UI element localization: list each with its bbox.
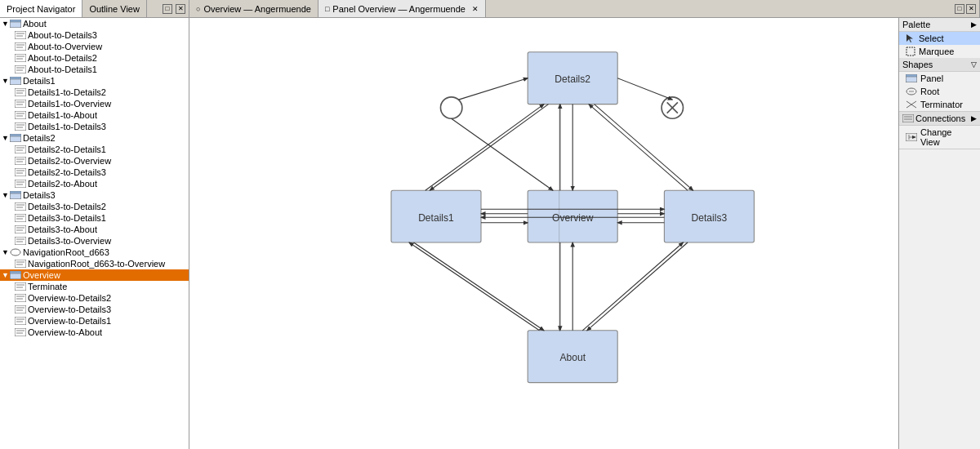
change-view-icon — [906, 133, 917, 141]
tree-item-terminate[interactable]: Terminate — [0, 281, 189, 292]
right-close-button[interactable]: ✕ — [966, 4, 976, 14]
tree-toggle[interactable]: ▼ — [2, 77, 10, 85]
tree-item-details1-to-details2[interactable]: Details1-to-Details2 — [0, 87, 189, 98]
tree-label: Details2-to-Details1 — [28, 144, 106, 154]
svg-rect-30 — [15, 145, 26, 153]
tree-label: Details3-to-Details2 — [28, 202, 106, 211]
connections-section-header[interactable]: Connections ▶ — [899, 112, 980, 126]
palette-expand-icon[interactable]: ▶ — [971, 20, 977, 29]
conn-tree-icon — [15, 65, 26, 73]
svg-rect-62 — [15, 282, 26, 291]
tree-item-details3[interactable]: ▼Details3 — [0, 189, 189, 201]
marquee-tool[interactable]: Marquee — [899, 45, 980, 58]
tree-toggle[interactable]: ▼ — [2, 134, 10, 142]
tree-label: Details2 — [23, 133, 56, 143]
tree-toggle[interactable]: ▼ — [2, 20, 10, 28]
tab-bar-right: ○ Overview — Angermuende □ Panel Overvie… — [189, 0, 980, 17]
svg-line-102 — [589, 104, 688, 191]
tree-item-navigationroot-d663[interactable]: ▼NavigationRoot_d663 — [0, 247, 189, 258]
tab-panel-overview-angermuende[interactable]: □ Panel Overview — Angermuende ✕ — [318, 0, 486, 17]
tree-label: Details1 — [23, 76, 56, 86]
tab-overview-icon: ○ — [196, 5, 200, 13]
center-canvas[interactable]: Details2 Details1 Overview Details3 Abou… — [189, 18, 898, 449]
tree-item-about-to-details1[interactable]: About-to-Details1 — [0, 64, 189, 75]
tree-item-details2-to-overview[interactable]: Details2-to-Overview — [0, 155, 189, 167]
panel-tool[interactable]: Panel — [899, 72, 980, 85]
svg-line-85 — [452, 118, 553, 190]
tree-label: Overview-to-Details1 — [28, 316, 111, 326]
tree-label: NavigationRoot_d663-to-Overview — [28, 259, 165, 269]
tab-outline-view[interactable]: Outline View — [82, 0, 147, 17]
shapes-section-header[interactable]: Shapes ▽ — [899, 58, 980, 72]
tree-item-about-to-details3[interactable]: About-to-Details3 — [0, 29, 189, 41]
tab-bar-left: Project Navigator Outline View □ ✕ — [0, 0, 189, 17]
terminator-icon — [906, 100, 917, 109]
tree-item-details1[interactable]: ▼Details1 — [0, 75, 189, 87]
tree-item-about-to-overview[interactable]: About-to-Overview — [0, 41, 189, 52]
tree-toggle[interactable]: ▼ — [2, 248, 10, 256]
svg-rect-8 — [15, 54, 26, 62]
tree-label: About — [23, 19, 47, 29]
panel-tree-icon — [10, 271, 21, 279]
tree-item-details2-to-details1[interactable]: Details2-to-Details1 — [0, 144, 189, 155]
tree-item-details2-to-details3[interactable]: Details2-to-Details3 — [0, 167, 189, 178]
start-node[interactable] — [441, 97, 462, 118]
tree-item-navigationroot-to-overview[interactable]: NavigationRoot_d663-to-Overview — [0, 258, 189, 269]
change-view-tool[interactable]: Change View — [899, 126, 980, 149]
tree-item-about-to-details2[interactable]: About-to-Details2 — [0, 52, 189, 64]
tree-label: About-to-Details3 — [28, 30, 97, 40]
root-tool[interactable]: Root — [899, 85, 980, 98]
select-label: Select — [919, 33, 944, 43]
tree-item-details3-to-details1[interactable]: Details3-to-Details1 — [0, 212, 189, 224]
tab-overview-angermuende[interactable]: ○ Overview — Angermuende — [189, 0, 318, 17]
tree-item-details1-to-about[interactable]: Details1-to-About — [0, 109, 189, 121]
tree-item-overview-to-details3[interactable]: Overview-to-Details3 — [0, 304, 189, 315]
terminator-label: Terminator — [920, 100, 963, 109]
tree-item-details1-to-details3[interactable]: Details1-to-Details3 — [0, 121, 189, 132]
connections-section-label: Connections — [915, 113, 965, 123]
tree-item-details1-to-overview[interactable]: Details1-to-Overview — [0, 98, 189, 109]
svg-text:About: About — [559, 352, 586, 363]
svg-rect-50 — [15, 225, 26, 233]
tree-toggle[interactable]: ▼ — [2, 271, 10, 279]
tree-item-overview-to-details1[interactable]: Overview-to-Details1 — [0, 315, 189, 327]
shapes-collapse-icon[interactable]: ▽ — [971, 60, 977, 69]
terminator-tool[interactable]: Terminator — [899, 98, 980, 111]
root-icon — [906, 87, 917, 96]
tree-item-details2-to-about[interactable]: Details2-to-About — [0, 178, 189, 189]
tree-toggle[interactable]: ▼ — [2, 191, 10, 199]
select-tool[interactable]: Select — [899, 32, 980, 45]
svg-rect-39 — [15, 180, 26, 188]
left-minimize-button[interactable]: □ — [163, 4, 172, 14]
tree-container: ▼AboutAbout-to-Details3About-to-Overview… — [0, 18, 189, 338]
tree-label: About-to-Details2 — [28, 53, 97, 63]
left-panel: ▼AboutAbout-to-Details3About-to-Overview… — [0, 18, 189, 449]
tree-item-overview[interactable]: ▼Overview — [0, 269, 189, 281]
palette-header: Palette ▶ — [899, 18, 980, 32]
right-tab-controls: □ ✕ — [955, 4, 979, 14]
svg-line-86 — [459, 78, 528, 100]
tree-item-details2[interactable]: ▼Details2 — [0, 132, 189, 144]
conn-tree-icon — [15, 282, 26, 291]
svg-rect-71 — [15, 317, 26, 325]
tree-label: Details1-to-Details2 — [28, 87, 106, 97]
right-minimize-button[interactable]: □ — [955, 4, 964, 14]
main-content: ▼AboutAbout-to-Details3About-to-Overview… — [0, 18, 980, 449]
tree-item-details3-to-details2[interactable]: Details3-to-Details2 — [0, 201, 189, 212]
svg-rect-11 — [15, 65, 26, 73]
tree-item-about[interactable]: ▼About — [0, 18, 189, 29]
tree-label: Terminate — [28, 282, 67, 291]
svg-rect-110 — [906, 74, 917, 77]
tree-item-overview-to-about[interactable]: Overview-to-About — [0, 327, 189, 338]
tree-item-details3-to-about[interactable]: Details3-to-About — [0, 224, 189, 235]
svg-rect-115 — [902, 114, 914, 122]
tree-label: Details1-to-Overview — [28, 99, 111, 109]
tree-item-details3-to-overview[interactable]: Details3-to-Overview — [0, 235, 189, 247]
tab-project-navigator[interactable]: Project Navigator — [0, 0, 82, 17]
tree-item-overview-to-details2[interactable]: Overview-to-Details2 — [0, 292, 189, 304]
root-label: Root — [920, 87, 939, 96]
left-close-button[interactable]: ✕ — [176, 4, 185, 14]
connections-collapse-icon[interactable]: ▶ — [971, 114, 977, 122]
tab-close-icon[interactable]: ✕ — [472, 5, 479, 13]
svg-rect-53 — [15, 237, 26, 245]
